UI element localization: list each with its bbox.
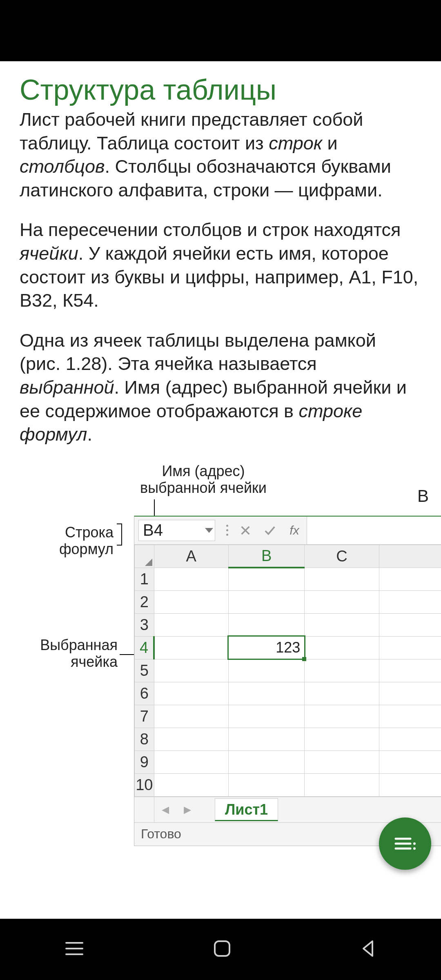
callout-name-box-l1: Имя (адрес) xyxy=(162,463,245,479)
formula-bar: B4 fx xyxy=(134,517,441,545)
para2-a: На пересечении столбцов и строк находятс… xyxy=(20,219,401,240)
row-header-9[interactable]: 9 xyxy=(135,751,154,773)
list-icon xyxy=(394,835,416,852)
sheet-tab-active[interactable]: Лист1 xyxy=(215,798,278,821)
row-header-2[interactable]: 2 xyxy=(135,590,154,613)
cell-C10[interactable] xyxy=(305,773,379,796)
excel-figure: Имя (адрес) выбранной ячейки Строка форм… xyxy=(20,463,421,875)
page-title: Структура таблицы xyxy=(20,74,421,106)
cell-A1[interactable] xyxy=(154,568,228,590)
para1-i2: столбцов xyxy=(20,156,105,177)
cell-B2[interactable] xyxy=(228,590,305,613)
callout-formula-bar: Строка формул xyxy=(44,524,114,558)
callout-formula-bar-l1: Строка xyxy=(65,524,114,541)
col-header-B[interactable]: B xyxy=(228,545,305,568)
callout-formula-bar-l2: формул xyxy=(59,541,114,557)
para2-i1: ячейки xyxy=(20,243,78,264)
cell-A8[interactable] xyxy=(154,728,228,751)
worksheet-grid[interactable]: A B C 1 2 3 4123 5 6 7 8 9 10 xyxy=(134,545,441,797)
cell-C8[interactable] xyxy=(305,728,379,751)
formula-input[interactable] xyxy=(307,517,441,544)
row-header-1[interactable]: 1 xyxy=(135,568,154,590)
sheet-nav-next-icon[interactable]: ► xyxy=(176,803,198,817)
cell-A10[interactable] xyxy=(154,773,228,796)
name-box-dropdown-icon[interactable] xyxy=(205,528,213,533)
cell-B9[interactable] xyxy=(228,751,305,773)
fx-icon[interactable]: fx xyxy=(282,517,307,544)
fab-contents-button[interactable] xyxy=(379,817,431,870)
row-header-7[interactable]: 7 xyxy=(135,705,154,728)
svg-rect-10 xyxy=(215,941,229,956)
cell-B3[interactable] xyxy=(228,613,305,636)
formula-bar-more-icon[interactable] xyxy=(221,517,233,544)
cell-B10[interactable] xyxy=(228,773,305,796)
nav-recent-icon[interactable] xyxy=(64,940,85,958)
cell-C3[interactable] xyxy=(305,613,379,636)
nav-back-icon[interactable] xyxy=(359,940,377,959)
cell-A5[interactable] xyxy=(154,659,228,682)
para3-c: . xyxy=(87,424,92,445)
para3-i1: выбранной xyxy=(20,377,114,398)
callout-name-box: Имя (адрес) выбранной ячейки xyxy=(134,463,273,497)
para-3: Одна из ячеек таблицы выделена рамкой (р… xyxy=(20,329,421,446)
cell-A9[interactable] xyxy=(154,751,228,773)
cell-B6[interactable] xyxy=(228,682,305,705)
excel-window: B4 fx xyxy=(134,516,441,846)
row-header-10[interactable]: 10 xyxy=(135,773,154,796)
name-box[interactable]: B4 xyxy=(138,520,215,541)
para-1: Лист рабочей книги представляет собой та… xyxy=(20,108,421,202)
cell-A3[interactable] xyxy=(154,613,228,636)
cell-B7[interactable] xyxy=(228,705,305,728)
callout-selected-cell-l2: ячейка xyxy=(71,653,118,670)
cell-A6[interactable] xyxy=(154,682,228,705)
row-header-3[interactable]: 3 xyxy=(135,613,154,636)
para1-b: и xyxy=(322,133,338,154)
cell-C6[interactable] xyxy=(305,682,379,705)
formula-accept-icon[interactable] xyxy=(258,517,282,544)
cell-B5[interactable] xyxy=(228,659,305,682)
document-page: Структура таблицы Лист рабочей книги пре… xyxy=(0,61,441,919)
callout-name-box-l2: выбранной ячейки xyxy=(140,479,267,496)
cell-A4[interactable] xyxy=(154,636,228,659)
col-header-C[interactable]: C xyxy=(305,545,379,568)
cell-A2[interactable] xyxy=(154,590,228,613)
col-header-A[interactable]: A xyxy=(154,545,228,568)
cell-C2[interactable] xyxy=(305,590,379,613)
name-box-value: B4 xyxy=(143,521,163,539)
sheet-tabs-row: ◄ ► Лист1 xyxy=(134,797,441,822)
formula-cancel-icon[interactable] xyxy=(233,517,258,544)
cell-C1[interactable] xyxy=(305,568,379,590)
callout-right-cut: В xyxy=(417,486,429,506)
cell-C7[interactable] xyxy=(305,705,379,728)
para2-b: . У каждой ячейки есть имя, которое сост… xyxy=(20,243,418,311)
row-header-6[interactable]: 6 xyxy=(135,682,154,705)
nav-home-icon[interactable] xyxy=(212,939,232,960)
para-2: На пересечении столбцов и строк находятс… xyxy=(20,218,421,312)
cell-B1[interactable] xyxy=(228,568,305,590)
callout-selected-cell-l1: Выбранная xyxy=(40,637,118,653)
sheet-nav-prev-icon[interactable]: ◄ xyxy=(154,803,176,817)
row-header-4[interactable]: 4 xyxy=(135,636,154,659)
status-text: Готово xyxy=(141,826,181,842)
cell-A7[interactable] xyxy=(154,705,228,728)
cell-C5[interactable] xyxy=(305,659,379,682)
row-header-5[interactable]: 5 xyxy=(135,659,154,682)
svg-point-6 xyxy=(413,842,416,845)
select-all-corner[interactable] xyxy=(135,545,154,568)
android-navbar xyxy=(0,919,441,980)
para3-a: Одна из ячеек таблицы выделена рамкой (р… xyxy=(20,330,376,374)
svg-point-5 xyxy=(413,847,416,850)
col-header-extra[interactable] xyxy=(379,545,441,568)
callout-selected-cell: Выбранная ячейка xyxy=(24,637,118,670)
cell-C9[interactable] xyxy=(305,751,379,773)
row-header-8[interactable]: 8 xyxy=(135,728,154,751)
cell-C4[interactable] xyxy=(305,636,379,659)
para1-i1: строк xyxy=(269,133,322,154)
cell-B8[interactable] xyxy=(228,728,305,751)
cell-B4-selected[interactable]: 123 xyxy=(228,636,305,659)
